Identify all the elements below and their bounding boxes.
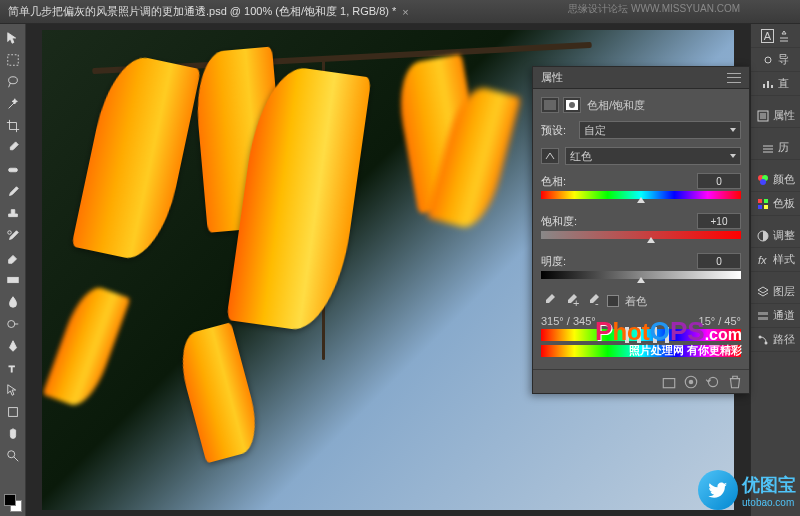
svg-rect-0 (7, 55, 18, 66)
pen-tool[interactable] (2, 336, 24, 356)
panel-guides[interactable]: 导 (751, 48, 800, 72)
eraser-tool[interactable] (2, 248, 24, 268)
svg-rect-2 (8, 168, 17, 172)
wand-tool[interactable] (2, 94, 24, 114)
gradient-tool[interactable] (2, 270, 24, 290)
svg-text:T: T (8, 363, 14, 374)
colorize-checkbox[interactable] (607, 295, 619, 307)
svg-text:fx: fx (758, 254, 767, 266)
svg-point-9 (765, 57, 771, 63)
hue-label: 色相: (541, 174, 566, 189)
eyedropper-subtract-icon[interactable]: - (585, 293, 601, 309)
stamp-tool[interactable] (2, 204, 24, 224)
channel-select[interactable]: 红色 (565, 147, 741, 165)
svg-point-31 (689, 379, 694, 384)
lightness-slider[interactable] (541, 271, 741, 283)
tools-panel: T (0, 24, 26, 516)
foreground-color-swatch[interactable] (4, 494, 16, 506)
svg-rect-14 (758, 199, 762, 203)
svg-rect-24 (544, 100, 556, 110)
watermark-utobao: 优图宝 utobao.com (698, 470, 796, 510)
colorize-label: 着色 (625, 294, 647, 309)
hue-slider[interactable] (541, 191, 741, 203)
saturation-input[interactable] (697, 213, 741, 229)
color-swatches[interactable] (0, 490, 26, 516)
panel-channels[interactable]: 通道 (751, 304, 800, 328)
svg-point-1 (8, 77, 17, 84)
angle-left1: 315° / 345° (541, 315, 596, 327)
trash-icon[interactable] (727, 375, 743, 389)
tab-close-icon[interactable]: × (402, 6, 408, 18)
panel-menu-icon[interactable] (727, 73, 741, 83)
properties-panel-title: 属性 (541, 70, 563, 85)
panel-paths[interactable]: 路径 (751, 328, 800, 352)
svg-rect-20 (758, 312, 768, 315)
eyedropper-tool[interactable] (2, 138, 24, 158)
preset-label: 预设: (541, 123, 573, 138)
svg-rect-21 (758, 317, 768, 320)
svg-rect-4 (7, 277, 18, 282)
clip-to-layer-icon[interactable] (661, 375, 677, 389)
hand-tool[interactable] (2, 424, 24, 444)
svg-rect-17 (764, 205, 768, 209)
svg-point-5 (7, 321, 14, 328)
blur-tool[interactable] (2, 292, 24, 312)
reset-icon[interactable] (705, 375, 721, 389)
hue-input[interactable] (697, 173, 741, 189)
saturation-label: 饱和度: (541, 214, 577, 229)
saturation-slider[interactable] (541, 231, 741, 243)
svg-point-26 (569, 102, 575, 108)
svg-point-8 (7, 451, 14, 458)
path-tool[interactable] (2, 380, 24, 400)
shape-tool[interactable] (2, 402, 24, 422)
panel-swatches[interactable]: 色板 (751, 192, 800, 216)
healing-tool[interactable] (2, 160, 24, 180)
marquee-tool[interactable] (2, 50, 24, 70)
lightness-label: 明度: (541, 254, 566, 269)
move-tool[interactable] (2, 28, 24, 48)
targeted-adjust-icon[interactable] (541, 148, 559, 164)
adjustment-icon[interactable] (541, 97, 559, 113)
svg-rect-29 (663, 378, 674, 387)
panel-histogram[interactable]: 直 (751, 72, 800, 96)
panel-typography[interactable]: A (751, 24, 800, 48)
panel-color[interactable]: 颜色 (751, 168, 800, 192)
svg-point-3 (7, 231, 11, 235)
panel-history[interactable]: 历 (751, 136, 800, 160)
svg-text:+: + (573, 297, 579, 309)
chevron-down-icon (730, 154, 736, 158)
type-tool[interactable]: T (2, 358, 24, 378)
watermark-top: 思缘设计论坛 WWW.MISSYUAN.COM (568, 2, 740, 16)
brush-tool[interactable] (2, 182, 24, 202)
svg-text:-: - (595, 297, 599, 309)
view-previous-icon[interactable] (683, 375, 699, 389)
lasso-tool[interactable] (2, 72, 24, 92)
properties-panel-header[interactable]: 属性 (533, 67, 749, 89)
svg-rect-16 (758, 205, 762, 209)
panel-layers[interactable]: 图层 (751, 280, 800, 304)
properties-panel-footer (533, 369, 749, 393)
svg-rect-7 (8, 408, 17, 417)
panel-adjustments[interactable]: 调整 (751, 224, 800, 248)
dodge-tool[interactable] (2, 314, 24, 334)
bird-icon (698, 470, 738, 510)
history-brush-tool[interactable] (2, 226, 24, 246)
crop-tool[interactable] (2, 116, 24, 136)
panel-dock: A 导 直 属性 历 颜色 色板 调整 fx样式 图层 通道 路径 (750, 24, 800, 516)
panel-styles[interactable]: fx样式 (751, 248, 800, 272)
svg-rect-15 (764, 199, 768, 203)
panel-properties[interactable]: 属性 (751, 104, 800, 128)
watermark-photops: PhotOPS.com 照片处理网 有你更精彩 (595, 316, 742, 358)
preset-select[interactable]: 自定 (579, 121, 741, 139)
mask-icon[interactable] (563, 97, 581, 113)
svg-point-13 (760, 179, 766, 185)
eyedropper-add-icon[interactable]: + (563, 293, 579, 309)
zoom-tool[interactable] (2, 446, 24, 466)
adjustment-type-label: 色相/饱和度 (587, 98, 645, 113)
document-title: 简单几步把偏灰的风景照片调的更加通透.psd @ 100% (色相/饱和度 1,… (8, 4, 396, 19)
chevron-down-icon (730, 128, 736, 132)
eyedropper-icon[interactable] (541, 293, 557, 309)
lightness-input[interactable] (697, 253, 741, 269)
